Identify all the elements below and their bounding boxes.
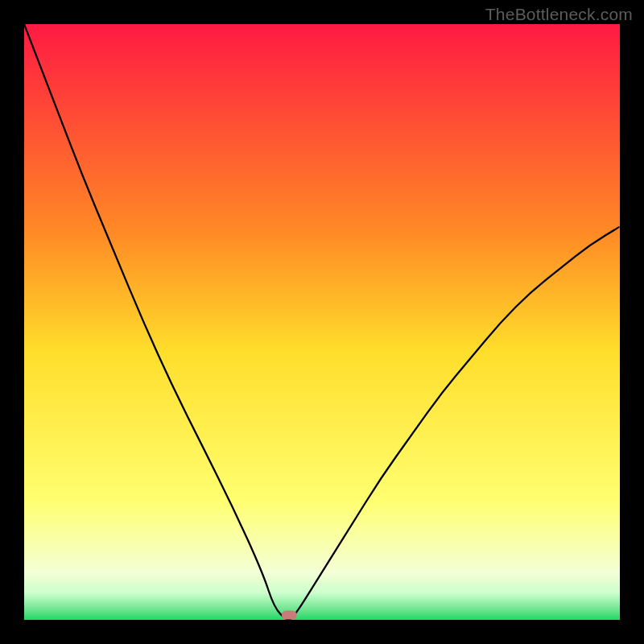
optimal-point-marker	[282, 611, 297, 620]
chart-container: TheBottleneck.com	[0, 0, 644, 644]
chart-background	[24, 24, 620, 620]
chart-svg	[24, 24, 620, 620]
bottleneck-chart	[24, 24, 620, 620]
watermark-text: TheBottleneck.com	[485, 5, 633, 24]
